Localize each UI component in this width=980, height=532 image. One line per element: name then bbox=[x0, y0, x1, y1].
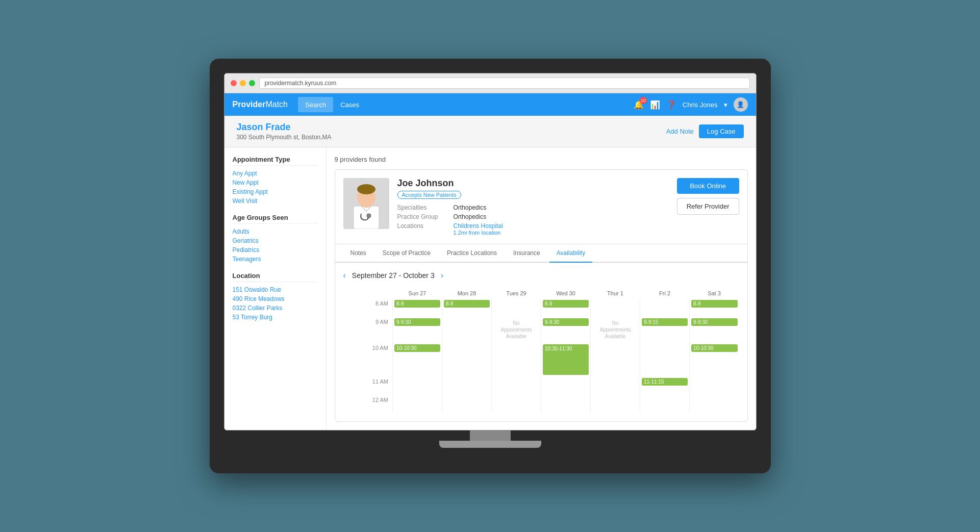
calendar-section: ‹ September 27 - October 3 › Sun 27 Mon … bbox=[335, 263, 747, 421]
tab-scope[interactable]: Scope of Practice bbox=[375, 244, 438, 263]
patient-name: Jason Frade bbox=[237, 122, 332, 133]
tab-insurance[interactable]: Insurance bbox=[506, 244, 547, 263]
provider-card: Joe Johnson Accepts New Patients Special… bbox=[335, 169, 748, 422]
provider-name: Joe Johnson bbox=[397, 178, 669, 189]
wed30-10am: 10:30-11:30 bbox=[541, 343, 591, 376]
col-fri2: Fri 2 bbox=[640, 288, 690, 298]
age-groups-filter: Age Groups Seen Adults Geriatrics Pediat… bbox=[233, 214, 318, 264]
filter-location-2[interactable]: 490 Rice Meadows bbox=[233, 294, 318, 303]
browser-chrome bbox=[224, 73, 756, 93]
sun27-8am: 8-9 bbox=[393, 298, 442, 317]
specialties-value: Orthopedics bbox=[454, 204, 669, 211]
add-note-button[interactable]: Add Note bbox=[666, 128, 694, 135]
appt-block[interactable]: 10-10:30 bbox=[394, 344, 440, 352]
notifications-badge: 10 bbox=[640, 97, 647, 104]
filter-any-appt[interactable]: Any Appt bbox=[233, 169, 318, 178]
filter-location-3[interactable]: 0322 Collier Parks bbox=[233, 303, 318, 313]
appt-block[interactable]: 8-9 bbox=[691, 300, 738, 308]
calendar-table: Sun 27 Mon 28 Tues 29 Wed 30 Thur 1 Fri … bbox=[343, 288, 739, 413]
refer-provider-button[interactable]: Refer Provider bbox=[677, 198, 739, 215]
provider-actions: Book Online Refer Provider bbox=[677, 178, 739, 215]
thur1-12am bbox=[591, 395, 640, 413]
log-case-button[interactable]: Log Case bbox=[699, 124, 744, 138]
time-col-header bbox=[343, 288, 393, 298]
wed30-12am bbox=[541, 395, 591, 413]
appt-block[interactable]: 10-10:30 bbox=[691, 344, 738, 352]
results-count: 9 providers found bbox=[335, 156, 748, 163]
fri2-11am: 11-11:15 bbox=[640, 376, 690, 395]
col-sat3: Sat 3 bbox=[690, 288, 739, 298]
sun27-12am bbox=[393, 395, 442, 413]
filter-well-visit[interactable]: Well Visit bbox=[233, 196, 318, 206]
maximize-button-icon[interactable] bbox=[249, 80, 255, 86]
tab-practice-locations[interactable]: Practice Locations bbox=[440, 244, 504, 263]
sat3-9am: 9-9:30 bbox=[690, 317, 739, 343]
col-tues29: Tues 29 bbox=[492, 288, 541, 298]
svg-point-4 bbox=[367, 214, 371, 218]
specialties-label: Specialties bbox=[397, 204, 454, 211]
cases-nav-button[interactable]: Cases bbox=[333, 97, 366, 112]
mon28-12am bbox=[442, 395, 492, 413]
minimize-button-icon[interactable] bbox=[240, 80, 246, 86]
appt-block[interactable]: 9-9:30 bbox=[543, 318, 589, 326]
appt-block[interactable]: 9-9:30 bbox=[691, 318, 738, 326]
time-9am: 9 AM bbox=[343, 317, 393, 343]
monitor-stand bbox=[224, 430, 757, 448]
analytics-icon[interactable]: 📊 bbox=[650, 100, 660, 110]
filter-adults[interactable]: Adults bbox=[233, 227, 318, 236]
close-button-icon[interactable] bbox=[231, 80, 237, 86]
wed30-8am: 8-9 bbox=[541, 298, 591, 317]
distance-value: 1.2mi from location bbox=[454, 230, 669, 236]
fri2-8am bbox=[640, 298, 690, 317]
notifications-icon[interactable]: 🔔 10 bbox=[634, 100, 644, 110]
no-appointments-text: NoAppointmentsAvailable bbox=[493, 318, 540, 342]
filter-teenagers[interactable]: Teenagers bbox=[233, 255, 318, 264]
time-12am: 12 AM bbox=[343, 395, 393, 413]
appt-block[interactable]: 9-9:15 bbox=[642, 318, 688, 326]
provider-details-grid: Specialties Orthopedics Practice Group O… bbox=[397, 204, 669, 236]
content-area: 9 providers found bbox=[326, 147, 756, 430]
no-appointments-text: NoAppointmentsAvailable bbox=[592, 318, 639, 342]
provider-info: Joe Johnson Accepts New Patients Special… bbox=[397, 178, 669, 236]
appointment-type-title: Appointment Type bbox=[233, 156, 318, 166]
appt-block[interactable]: 9-9:30 bbox=[394, 318, 440, 326]
appt-block[interactable]: 10:30-11:30 bbox=[543, 344, 589, 375]
appointment-type-filter: Appointment Type Any Appt New Appt Exist… bbox=[233, 156, 318, 206]
filter-geriatrics[interactable]: Geriatrics bbox=[233, 236, 318, 245]
user-name: Chris Jones bbox=[683, 101, 718, 109]
mon28-10am bbox=[442, 343, 492, 376]
calendar-next-button[interactable]: › bbox=[441, 271, 443, 280]
locations-label: Locations bbox=[397, 222, 454, 236]
address-bar[interactable] bbox=[259, 78, 750, 89]
table-row: 10 AM 10-10:30 10:30-11:30 bbox=[343, 343, 739, 376]
appt-block[interactable]: 8-9 bbox=[444, 300, 490, 308]
wed30-9am: 9-9:30 bbox=[541, 317, 591, 343]
col-mon28: Mon 28 bbox=[442, 288, 492, 298]
thur1-11am bbox=[591, 376, 640, 395]
filter-location-1[interactable]: 151 Oswaldo Rue bbox=[233, 285, 318, 294]
filter-location-4[interactable]: 53 Torrey Burg bbox=[233, 313, 318, 322]
help-icon[interactable]: ❓ bbox=[666, 100, 676, 110]
fri2-12am bbox=[640, 395, 690, 413]
book-online-button[interactable]: Book Online bbox=[677, 178, 739, 194]
appt-block[interactable]: 8-9 bbox=[543, 300, 589, 308]
filter-existing-appt[interactable]: Existing Appt bbox=[233, 187, 318, 196]
tues29-9am: NoAppointmentsAvailable bbox=[492, 317, 541, 343]
practice-group-label: Practice Group bbox=[397, 213, 454, 220]
thur1-8am bbox=[591, 298, 640, 317]
provider-tabs: Notes Scope of Practice Practice Locatio… bbox=[335, 244, 747, 263]
appt-block[interactable]: 8-9 bbox=[394, 300, 440, 308]
mon28-11am bbox=[442, 376, 492, 395]
calendar-prev-button[interactable]: ‹ bbox=[343, 271, 346, 280]
tues29-10am bbox=[492, 343, 541, 376]
tab-availability[interactable]: Availability bbox=[549, 244, 592, 263]
appt-block[interactable]: 11-11:15 bbox=[642, 378, 688, 386]
search-nav-button[interactable]: Search bbox=[298, 97, 333, 112]
provider-top: Joe Johnson Accepts New Patients Special… bbox=[335, 170, 747, 244]
filter-pediatrics[interactable]: Pediatrics bbox=[233, 245, 318, 255]
filter-new-appt[interactable]: New Appt bbox=[233, 178, 318, 187]
avatar[interactable]: 👤 bbox=[734, 97, 748, 112]
col-wed30: Wed 30 bbox=[541, 288, 591, 298]
provider-photo bbox=[343, 178, 389, 229]
tab-notes[interactable]: Notes bbox=[343, 244, 373, 263]
